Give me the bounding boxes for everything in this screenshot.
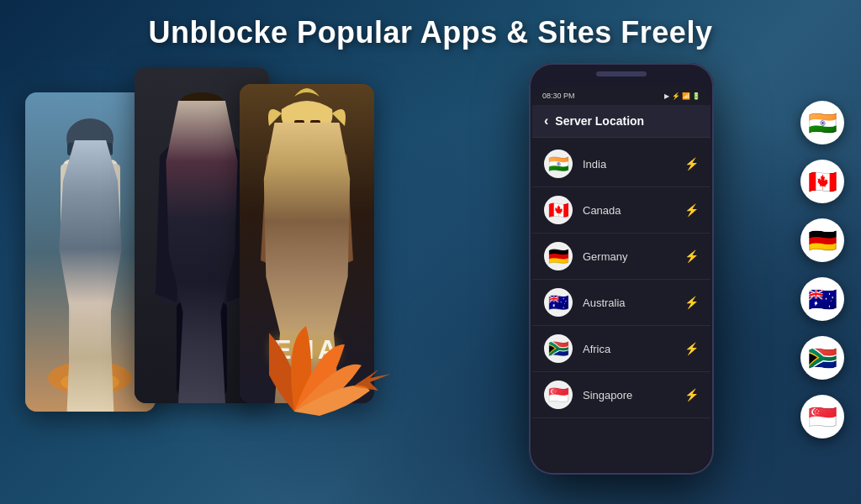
page-title: Unblocke Popular Apps & Sites Freely: [0, 15, 861, 50]
svg-point-9: [61, 372, 119, 392]
server-item-singapore[interactable]: 🇸🇬 Singapore ⚡: [532, 372, 710, 418]
server-list: 🇮🇳 India ⚡ 🇨🇦 Canada ⚡ 🇩🇪 Germany ⚡ 🇦🇺 A…: [532, 138, 710, 422]
bubble-germany: 🇩🇪: [800, 218, 844, 262]
bolt-africa: ⚡: [684, 342, 699, 355]
flag-germany: 🇩🇪: [544, 242, 573, 270]
flag-india: 🇮🇳: [544, 150, 573, 178]
svg-point-11: [182, 98, 222, 145]
svg-rect-15: [207, 302, 227, 395]
back-arrow-icon[interactable]: ‹: [544, 113, 548, 129]
svg-rect-13: [172, 227, 231, 234]
server-item-india[interactable]: 🇮🇳 India ⚡: [532, 141, 710, 187]
bolt-singapore: ⚡: [684, 388, 699, 402]
phone-mockup: 08:30 PM ▶ ⚡ 📶 🔋 ‹ Server Location 🇮🇳 In…: [529, 63, 714, 475]
svg-rect-12: [182, 116, 222, 128]
svg-point-1: [66, 118, 114, 159]
svg-rect-14: [177, 302, 197, 395]
logo-emblem: [269, 311, 420, 437]
phone-status-bar: 08:30 PM ▶ ⚡ 📶 🔋: [532, 87, 710, 105]
flag-singapore: 🇸🇬: [544, 381, 573, 409]
country-australia: Australia: [583, 297, 674, 309]
bolt-canada: ⚡: [684, 203, 699, 217]
svg-rect-7: [92, 260, 111, 361]
country-singapore: Singapore: [583, 389, 674, 402]
status-icons: ▶ ⚡ 📶 🔋: [664, 92, 700, 100]
flag-australia: 🇦🇺: [544, 288, 573, 317]
bubble-australia: 🇦🇺: [800, 277, 844, 321]
bolt-india: ⚡: [684, 157, 699, 171]
server-item-canada[interactable]: 🇨🇦 Canada ⚡: [532, 187, 710, 234]
svg-rect-18: [294, 120, 304, 124]
svg-rect-2: [67, 143, 113, 155]
svg-rect-4: [61, 164, 76, 231]
svg-rect-19: [310, 120, 320, 124]
bubble-india: 🇮🇳: [800, 101, 844, 144]
country-germany: Germany: [583, 250, 674, 263]
bubble-canada: 🇨🇦: [800, 160, 844, 203]
bubble-singapore: 🇸🇬: [800, 395, 844, 438]
svg-rect-6: [69, 260, 87, 361]
svg-rect-3: [63, 160, 118, 260]
svg-point-16: [180, 92, 224, 113]
bolt-australia: ⚡: [684, 296, 699, 309]
bubble-africa: 🇿🇦: [800, 336, 844, 380]
bolt-germany: ⚡: [684, 249, 699, 263]
phone-screen: 08:30 PM ▶ ⚡ 📶 🔋 ‹ Server Location 🇮🇳 In…: [532, 87, 710, 471]
status-time: 08:30 PM: [542, 92, 575, 100]
flag-canada: 🇨🇦: [544, 196, 573, 224]
server-location-title: Server Location: [555, 114, 644, 128]
country-india: India: [583, 158, 674, 171]
svg-rect-5: [105, 164, 120, 231]
server-item-africa[interactable]: 🇿🇦 Africa ⚡: [532, 326, 710, 372]
svg-point-8: [48, 361, 132, 395]
phone-header: ‹ Server Location: [532, 105, 710, 138]
flag-bubbles-column: 🇮🇳 🇨🇦 🇩🇪 🇦🇺 🇿🇦 🇸🇬: [800, 101, 844, 438]
country-africa: Africa: [583, 343, 674, 355]
server-item-germany[interactable]: 🇩🇪 Germany ⚡: [532, 234, 710, 280]
country-canada: Canada: [583, 204, 674, 217]
flag-africa: 🇿🇦: [544, 334, 573, 363]
server-item-australia[interactable]: 🇦🇺 Australia ⚡: [532, 280, 710, 326]
